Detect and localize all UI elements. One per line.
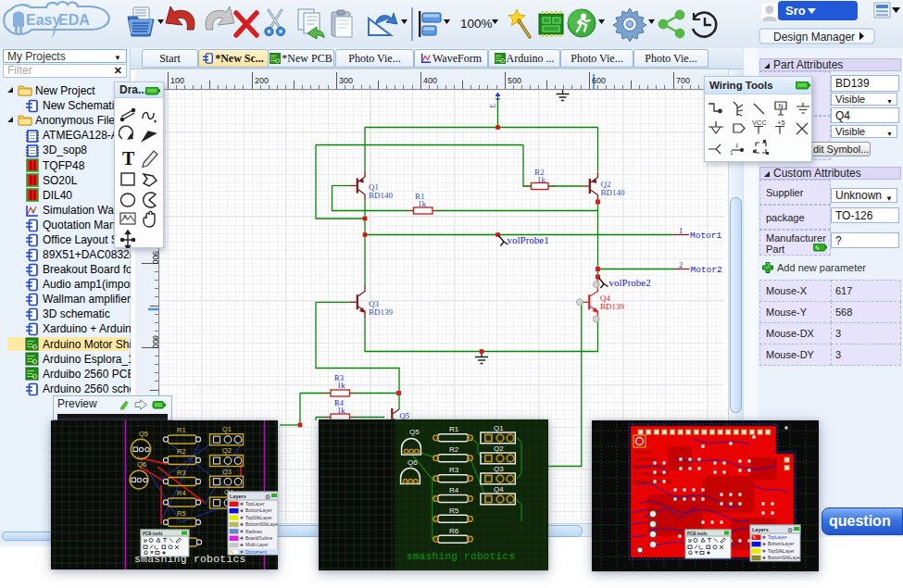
svg-text:BottomLayer: BottomLayer [245, 507, 272, 513]
svg-text:R5: R5 [449, 507, 459, 515]
svg-text:MOTOR: MOTOR [636, 457, 655, 462]
svg-text:Q2: Q2 [494, 444, 504, 453]
svg-text:✎: ✎ [753, 534, 757, 540]
svg-text:89X51+DAC0832(: 89X51+DAC0832( [43, 248, 131, 261]
svg-text:TopLayer: TopLayer [768, 534, 787, 540]
svg-text:R4: R4 [449, 486, 459, 494]
svg-text:VCC: VCC [752, 119, 767, 127]
svg-text:Multi-Layer: Multi-Layer [245, 542, 269, 547]
svg-text:R3: R3 [449, 466, 459, 474]
svg-text:200: 200 [255, 76, 269, 85]
svg-text:Q6: Q6 [408, 458, 418, 467]
svg-text:New Schematic: New Schematic [43, 99, 119, 112]
svg-text:Quotation Mana: Quotation Mana [43, 219, 122, 231]
svg-text:Q3: Q3 [494, 465, 504, 473]
svg-text:TQFP48: TQFP48 [43, 159, 85, 172]
svg-text:⚙: ⚙ [787, 527, 793, 533]
svg-text:⚙: ⚙ [265, 494, 270, 500]
svg-text:Easy: Easy [26, 12, 60, 28]
svg-text:R1: R1 [177, 426, 186, 434]
svg-text:BottomLayer: BottomLayer [768, 541, 795, 546]
svg-text:3D_sop8: 3D_sop8 [43, 144, 87, 156]
svg-text:TopLayer: TopLayer [245, 501, 265, 507]
svg-text:BoardOutline: BoardOutline [245, 535, 272, 541]
svg-text:Wallman amplifier (: Wallman amplifier ( [43, 293, 131, 306]
svg-text:JI YI SUI WAN: JI YI SUI WAN [633, 471, 666, 477]
svg-text:300: 300 [339, 76, 353, 85]
svg-text:R2: R2 [449, 445, 459, 454]
svg-text:500: 500 [151, 251, 160, 264]
svg-text:Arduino: Arduino [634, 449, 652, 455]
svg-text:Arduino Motor Shie: Arduino Motor Shie [43, 338, 131, 351]
svg-text:Q1: Q1 [494, 424, 504, 432]
svg-text:600: 600 [151, 335, 160, 348]
svg-text:Q6: Q6 [137, 460, 146, 469]
svg-text:Document: Document [245, 549, 267, 555]
svg-text:Design Manager: Design Manager [773, 31, 855, 44]
svg-text:R6: R6 [449, 527, 459, 535]
svg-text:✎: ✎ [231, 549, 234, 555]
svg-text:DIL40: DIL40 [43, 189, 72, 202]
svg-text:Q4: Q4 [494, 485, 504, 494]
svg-text:TopSilkLayer: TopSilkLayer [768, 548, 795, 554]
svg-text:Sro: Sro [785, 4, 806, 18]
svg-text:Audio amp1(import: Audio amp1(import [43, 278, 131, 291]
svg-text:PCB tools: PCB tools [687, 532, 708, 536]
svg-text:400: 400 [423, 76, 437, 85]
svg-text:Q3: Q3 [222, 468, 232, 476]
svg-text:100: 100 [170, 76, 184, 85]
svg-text:R5: R5 [177, 509, 186, 518]
svg-text:500: 500 [508, 76, 521, 85]
svg-text:Anonymous Files: Anonymous Files [35, 114, 120, 127]
svg-text:ATMEGA128-A: ATMEGA128-A [43, 129, 119, 142]
svg-text:Arduino Esplora_1: Arduino Esplora_1 [43, 353, 131, 366]
svg-text:700: 700 [676, 76, 690, 85]
svg-text:Q5: Q5 [139, 430, 148, 438]
svg-text:Arduino 2560 sche: Arduino 2560 sche [43, 382, 131, 395]
svg-text:SHIELD REV3: SHIELD REV3 [633, 464, 666, 469]
svg-text:Q2: Q2 [222, 446, 232, 455]
svg-text:+5: +5 [777, 119, 785, 127]
svg-text:Arduibo 2560 PCB: Arduibo 2560 PCB [43, 368, 131, 381]
svg-text:Xarduino + Arduino: Xarduino + Arduino [43, 322, 131, 335]
svg-text:Layers: Layers [230, 494, 246, 499]
svg-text:N: N [779, 103, 784, 109]
svg-text:R3: R3 [177, 469, 186, 477]
svg-text:1: 1 [730, 150, 734, 156]
svg-text:BottomSilkLayer: BottomSilkLayer [768, 555, 802, 560]
svg-text:Ratlines: Ratlines [245, 529, 263, 534]
svg-text:TopSilkLayer: TopSilkLayer [245, 515, 272, 520]
svg-text:Office Layout Sa: Office Layout Sa [43, 233, 125, 246]
svg-text:SO20L: SO20L [43, 174, 78, 187]
svg-text:R1: R1 [449, 425, 459, 433]
svg-text:EDA: EDA [58, 12, 90, 28]
svg-text:1: 1 [735, 143, 739, 148]
svg-text:✎: ✎ [815, 245, 820, 251]
svg-text:100%: 100% [460, 17, 493, 31]
svg-text:Q5: Q5 [409, 428, 420, 436]
svg-text:New Project: New Project [35, 84, 95, 97]
svg-text:R2: R2 [177, 447, 186, 456]
svg-text:BottomSilkLayer: BottomSilkLayer [245, 521, 278, 527]
svg-text:Layers: Layers [752, 527, 769, 532]
svg-text:smashing robotics: smashing robotics [407, 551, 515, 562]
svg-text:R4: R4 [177, 489, 186, 497]
svg-text:PCB tools: PCB tools [143, 532, 163, 536]
svg-text:T: T [122, 148, 135, 169]
svg-text:600: 600 [592, 76, 606, 85]
svg-text:Q1: Q1 [222, 425, 232, 433]
svg-text:3D schematic: 3D schematic [43, 307, 110, 320]
svg-text:Breakout Board for: Breakout Board for [43, 263, 131, 276]
